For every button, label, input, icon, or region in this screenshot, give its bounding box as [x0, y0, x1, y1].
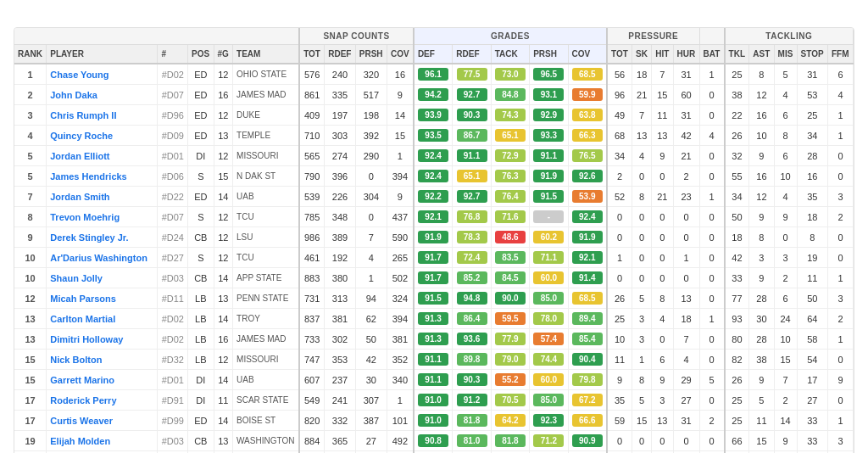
team-cell: JAMES MAD: [233, 85, 300, 105]
tot-cell: 785: [299, 207, 325, 227]
bat-cell: 0: [699, 288, 725, 309]
p-tot-cell: 25: [607, 309, 632, 329]
table-row: 10 Ar'Darius Washington #D27 S 12 TCU 46…: [14, 248, 854, 268]
rank-cell: 5: [14, 146, 47, 166]
team-cell: UAB: [233, 370, 300, 390]
prsh-cell: 30: [355, 370, 387, 390]
tkl-cell: 38: [725, 85, 749, 105]
tack-grade-cell: 76.3: [491, 166, 529, 187]
bat-cell: 0: [699, 350, 725, 370]
tot-cell: 731: [299, 288, 325, 309]
ffm-cell: 6: [827, 64, 853, 85]
cov-grade-cell: 92.6: [568, 166, 607, 187]
ast-cell: 12: [749, 187, 774, 207]
tack-grade-cell: 55.2: [491, 370, 529, 390]
stop-cell: 18: [797, 207, 827, 227]
table-row: 3 Chris Rumph II #D96 ED 12 DUKE 409 197…: [14, 105, 854, 126]
hit-cell: 11: [652, 105, 673, 126]
rdef-grade-cell: 89.8: [453, 350, 491, 370]
table-row: 10 Shaun Jolly #D03 CB 14 APP STATE 883 …: [14, 268, 854, 288]
col-prsh: PRSH: [355, 45, 387, 64]
prsh-grade-cell: 91.1: [530, 146, 568, 166]
prsh-cell: 307: [355, 390, 387, 411]
sk-cell: 0: [632, 166, 652, 187]
cov-grade-cell: 67.2: [568, 390, 607, 411]
rank-cell: 7: [14, 187, 47, 207]
ffm-cell: 1: [827, 126, 853, 146]
bat-cell: 1: [699, 64, 725, 85]
num-cell: #D07: [158, 207, 188, 227]
g-cell: 11: [214, 390, 233, 411]
col-num: #: [158, 45, 188, 64]
pos-cell: S: [188, 207, 214, 227]
cov-grade-cell: 68.5: [568, 288, 607, 309]
g-cell: 14: [214, 268, 233, 288]
prsh-cell: 387: [355, 411, 387, 431]
col-hur: HUR: [673, 45, 699, 64]
tack-grade-cell: 81.8: [491, 431, 529, 451]
rdef-grade-cell: 86.7: [453, 126, 491, 146]
g-cell: 13: [214, 126, 233, 146]
tack-grade-cell: 72.9: [491, 146, 529, 166]
p-tot-cell: 35: [607, 390, 632, 411]
pos-cell: CB: [188, 268, 214, 288]
num-cell: #D07: [158, 85, 188, 105]
p-tot-cell: 9: [607, 370, 632, 390]
hur-cell: 0: [673, 268, 699, 288]
tot-cell: 461: [299, 248, 325, 268]
mis-cell: 6: [774, 288, 797, 309]
rank-cell: 13: [14, 309, 47, 329]
col-prsh-g: PRSH: [530, 45, 568, 64]
cov-cell: 14: [387, 105, 413, 126]
rank-cell: 13: [14, 329, 47, 350]
hur-cell: 4: [673, 350, 699, 370]
tack-grade-cell: 59.5: [491, 309, 529, 329]
ast-cell: 9: [749, 146, 774, 166]
ast-cell: 3: [749, 248, 774, 268]
tot-cell: 986: [299, 227, 325, 248]
mis-cell: 3: [774, 248, 797, 268]
rank-cell: 10: [14, 248, 47, 268]
p-tot-cell: 34: [607, 146, 632, 166]
hit-cell: 0: [652, 431, 673, 451]
mis-cell: 6: [774, 146, 797, 166]
tkl-cell: 50: [725, 207, 749, 227]
sk-cell: 5: [632, 288, 652, 309]
bat-cell: 1: [699, 309, 725, 329]
prsh-grade-cell: 85.0: [530, 288, 568, 309]
rank-cell: 8: [14, 207, 47, 227]
table-row: 9 Derek Stingley Jr. #D24 CB 12 LSU 986 …: [14, 227, 854, 248]
num-cell: #D02: [158, 309, 188, 329]
mis-cell: 7: [774, 370, 797, 390]
stop-cell: 19: [797, 248, 827, 268]
def-grade-cell: 93.5: [414, 126, 453, 146]
mis-cell: 2: [774, 268, 797, 288]
team-cell: LSU: [233, 227, 300, 248]
p-tot-cell: 96: [607, 85, 632, 105]
rdef-grade-cell: 92.7: [453, 85, 491, 105]
num-cell: #D03: [158, 431, 188, 451]
rdef-grade-cell: 91.2: [453, 390, 491, 411]
tack-grade-cell: 79.0: [491, 350, 529, 370]
cov-grade-cell: 63.8: [568, 105, 607, 126]
ast-cell: 9: [749, 370, 774, 390]
team-cell: JAMES MAD: [233, 329, 300, 350]
player-cell: Garrett Marino: [47, 370, 158, 390]
rdef-cell: 353: [325, 350, 356, 370]
group-bat-empty: [699, 28, 725, 45]
cov-grade-cell: 92.1: [568, 248, 607, 268]
def-grade-cell: 94.2: [414, 85, 453, 105]
col-cov: COV: [387, 45, 413, 64]
prsh-grade-cell: 91.9: [530, 166, 568, 187]
hur-cell: 1: [673, 248, 699, 268]
num-cell: #D02: [158, 329, 188, 350]
cov-grade-cell: 59.9: [568, 85, 607, 105]
rank-cell: 4: [14, 126, 47, 146]
tkl-cell: 25: [725, 411, 749, 431]
cov-cell: 394: [387, 309, 413, 329]
mis-cell: 2: [774, 390, 797, 411]
col-cov-g: COV: [568, 45, 607, 64]
table-row: 1 Chase Young #D02 ED 12 OHIO STATE 576 …: [14, 64, 854, 85]
group-grades: GRADES: [414, 28, 607, 45]
bat-cell: 0: [699, 207, 725, 227]
